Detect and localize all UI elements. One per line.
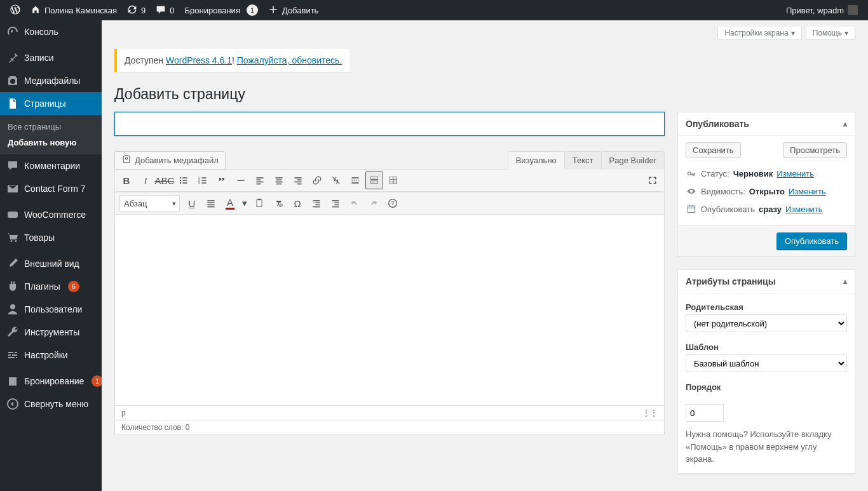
format-select[interactable]: Абзац bbox=[119, 195, 180, 212]
bookings-link[interactable]: Бронирования1 bbox=[180, 0, 263, 20]
menu-booking[interactable]: Бронирование1 bbox=[0, 370, 102, 393]
clear-format-button[interactable] bbox=[269, 194, 287, 212]
number-list-button[interactable]: 123 bbox=[194, 172, 212, 189]
menu-woocommerce[interactable]: WooCommerce bbox=[0, 203, 102, 226]
media-icon bbox=[121, 154, 132, 166]
order-input[interactable] bbox=[686, 404, 724, 422]
save-draft-button[interactable]: Сохранить bbox=[686, 142, 741, 158]
svg-text:3: 3 bbox=[198, 182, 200, 185]
charmap-button[interactable]: Ω bbox=[288, 194, 306, 212]
menu-cf7[interactable]: Contact Form 7 bbox=[0, 177, 102, 200]
please-update-link[interactable]: Пожалуйста, обновитесь. bbox=[237, 55, 342, 65]
svg-rect-17 bbox=[256, 182, 263, 183]
svg-rect-22 bbox=[276, 184, 281, 185]
svg-line-48 bbox=[280, 205, 281, 206]
parent-select[interactable]: (нет родительской) bbox=[686, 314, 847, 332]
svg-rect-31 bbox=[372, 178, 373, 178]
redo-button[interactable] bbox=[365, 194, 383, 212]
resize-handle-icon[interactable]: ⋮⋮ bbox=[642, 408, 658, 417]
menu-dashboard[interactable]: Консоль bbox=[0, 20, 102, 43]
menu-tools[interactable]: Инструменты bbox=[0, 321, 102, 344]
fullscreen-button[interactable] bbox=[644, 172, 661, 189]
menu-collapse[interactable]: Свернуть меню bbox=[0, 393, 102, 415]
add-new-link[interactable]: Добавить bbox=[263, 0, 323, 20]
menu-settings[interactable]: Настройки bbox=[0, 344, 102, 367]
underline-button[interactable]: U bbox=[183, 194, 201, 212]
edit-status-link[interactable]: Изменить bbox=[776, 169, 814, 178]
menu-posts[interactable]: Записи bbox=[0, 46, 102, 69]
editor-content-area[interactable] bbox=[115, 215, 664, 405]
page-title-input[interactable] bbox=[114, 112, 665, 136]
tab-text[interactable]: Текст bbox=[564, 151, 602, 170]
edit-visibility-link[interactable]: Изменить bbox=[789, 187, 826, 196]
chevron-down-icon: ▾ bbox=[791, 29, 795, 37]
tab-page-builder[interactable]: Page Builder bbox=[601, 151, 665, 170]
align-center-button[interactable] bbox=[270, 172, 288, 189]
svg-rect-54 bbox=[334, 202, 339, 203]
bullet-list-button[interactable] bbox=[175, 172, 193, 189]
align-right-button[interactable] bbox=[289, 172, 307, 189]
publish-button[interactable]: Опубликовать bbox=[776, 232, 847, 250]
outdent-button[interactable] bbox=[308, 194, 325, 212]
menu-appearance[interactable]: Внешний вид bbox=[0, 252, 102, 275]
screen-options-tab[interactable]: Настройки экрана ▾ bbox=[717, 27, 801, 40]
menu-dashboard-label: Консоль bbox=[24, 27, 58, 37]
comments-link[interactable]: 0 bbox=[151, 0, 179, 20]
submenu-add-page[interactable]: Добавить новую bbox=[0, 135, 102, 151]
screen-meta-links: Настройки экрана ▾ Помощь ▾ bbox=[114, 27, 855, 40]
textcolor-button[interactable]: A bbox=[221, 194, 239, 212]
table-button[interactable] bbox=[384, 172, 402, 189]
strike-button[interactable]: ABC bbox=[156, 172, 173, 189]
help-button[interactable]: ? bbox=[384, 194, 402, 212]
edit-schedule-link[interactable]: Изменить bbox=[785, 205, 823, 214]
menu-users[interactable]: Пользователи bbox=[0, 298, 102, 321]
menu-posts-label: Записи bbox=[24, 53, 53, 63]
wrench-icon bbox=[6, 326, 19, 339]
content-area: Настройки экрана ▾ Помощь ▾ Доступен Wor… bbox=[102, 0, 868, 491]
blockquote-button[interactable] bbox=[213, 172, 231, 189]
menu-media[interactable]: Медиафайлы bbox=[0, 69, 102, 92]
justify-button[interactable] bbox=[202, 194, 220, 212]
help-tab[interactable]: Помощь ▾ bbox=[806, 27, 855, 40]
align-left-button[interactable] bbox=[251, 172, 269, 189]
publish-box-header[interactable]: Опубликовать ▴ bbox=[678, 112, 855, 136]
readmore-button[interactable] bbox=[346, 172, 364, 189]
submenu-all-pages[interactable]: Все страницы bbox=[0, 119, 102, 135]
menu-pages[interactable]: Страницы bbox=[0, 92, 102, 115]
link-button[interactable] bbox=[308, 172, 326, 189]
menu-plugins[interactable]: Плагины6 bbox=[0, 275, 102, 298]
chevron-down-icon: ▾ bbox=[844, 29, 848, 37]
editor-path: p bbox=[121, 408, 126, 417]
wp-version-link[interactable]: WordPress 4.6.1 bbox=[166, 55, 232, 65]
attributes-box-header[interactable]: Атрибуты страницы ▴ bbox=[678, 270, 855, 293]
wp-logo[interactable] bbox=[5, 0, 25, 20]
tab-visual[interactable]: Визуально bbox=[508, 151, 565, 170]
paste-text-button[interactable] bbox=[250, 194, 268, 212]
plugins-count-badge: 6 bbox=[68, 281, 79, 292]
unlink-button[interactable] bbox=[327, 172, 345, 189]
textcolor-picker[interactable]: ▾ bbox=[240, 194, 249, 212]
booking-count-badge: 1 bbox=[92, 375, 102, 387]
hr-button[interactable] bbox=[232, 172, 250, 189]
users-icon bbox=[6, 303, 19, 316]
site-name-link[interactable]: Полина Каминская bbox=[25, 0, 122, 20]
menu-comments[interactable]: Комментарии bbox=[0, 154, 102, 177]
svg-rect-3 bbox=[182, 177, 187, 178]
pin-icon bbox=[6, 51, 19, 64]
add-media-button[interactable]: Добавить медиафайл bbox=[114, 151, 226, 170]
indent-button[interactable] bbox=[327, 194, 344, 212]
toolbar-toggle-button[interactable] bbox=[365, 172, 383, 189]
editor-status-bar: p ⋮⋮ bbox=[115, 405, 664, 420]
word-count-row: Количество слов: 0 bbox=[115, 420, 664, 434]
update-icon bbox=[127, 4, 137, 17]
menu-products[interactable]: Товары bbox=[0, 226, 102, 249]
template-select[interactable]: Базовый шаблон bbox=[686, 354, 847, 372]
updates-link[interactable]: 9 bbox=[122, 0, 151, 20]
undo-button[interactable] bbox=[346, 194, 363, 212]
preview-button[interactable]: Просмотреть bbox=[783, 142, 847, 158]
svg-rect-51 bbox=[315, 205, 320, 206]
my-account[interactable]: Привет, wpadm bbox=[781, 0, 863, 20]
word-count: 0 bbox=[186, 423, 190, 432]
bold-button[interactable]: B bbox=[118, 172, 135, 189]
italic-button[interactable]: I bbox=[137, 172, 154, 189]
